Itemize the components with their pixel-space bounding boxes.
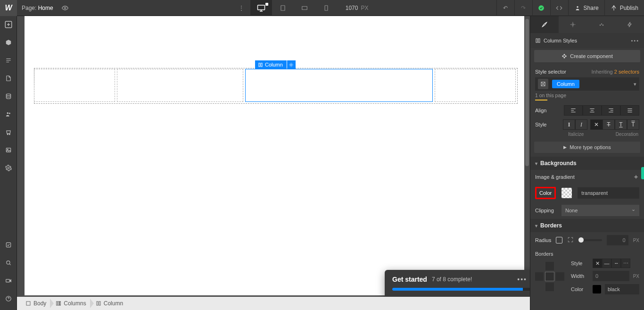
add-gradient-button[interactable]: ＋ [633,173,639,181]
border-top-button[interactable] [545,262,554,270]
navigator-icon[interactable] [4,56,13,65]
redo-button[interactable]: ↷ [514,0,532,16]
publish-button[interactable]: Publish [604,0,644,16]
selector-input[interactable]: Column ▾ [535,77,639,91]
selector-target-icon[interactable] [538,79,548,89]
left-toolbar [0,16,17,310]
preview-toggle-icon[interactable] [58,0,72,16]
export-code-button[interactable] [550,0,568,16]
border-all-button[interactable] [545,272,554,281]
assets-icon[interactable] [4,145,13,155]
webflow-logo[interactable]: W [0,0,17,16]
decoration-overline-button[interactable]: T [627,119,639,130]
decoration-none-button[interactable]: ✕ [590,119,603,130]
border-right-button[interactable] [556,272,564,281]
selector-tag[interactable]: Column [552,80,579,88]
search-icon[interactable] [4,258,13,268]
border-color-label: Color [571,286,589,292]
border-style-none-button[interactable]: ✕ [593,259,602,268]
decoration-underline-button[interactable]: T [615,119,627,130]
selection-settings-icon[interactable] [287,60,296,69]
border-width-input[interactable]: 0 [593,271,629,281]
align-left-button[interactable] [564,105,583,116]
column-2[interactable] [117,69,243,102]
style-italic-button[interactable]: I [575,119,587,130]
bg-color-swatch[interactable] [561,188,572,198]
page-selector[interactable]: Page: Home [17,5,58,11]
radius-all-icon[interactable] [556,237,562,243]
selection-badge[interactable]: Column [255,60,296,69]
border-style-dashed-button[interactable]: ╌ [611,259,621,268]
share-button[interactable]: Share [568,0,604,16]
tab-style[interactable] [530,16,559,33]
align-label: Align [535,108,556,113]
border-width-unit[interactable]: PX [633,274,639,279]
style-regular-button[interactable]: I [563,119,575,130]
symbols-icon[interactable] [4,38,13,47]
align-right-button[interactable] [602,105,620,116]
pages-icon[interactable] [4,74,13,83]
crumb-body[interactable]: Body [21,297,51,310]
breadcrumb: Body Columns Column [17,297,530,310]
canvas-width-display[interactable]: 1070 PX [346,5,369,11]
more-type-options-button[interactable]: ▶More type options [534,142,640,153]
ecommerce-icon[interactable] [4,127,13,137]
svg-rect-26 [60,302,61,305]
tab-interactions[interactable] [587,16,616,33]
tab-settings[interactable] [559,16,587,33]
audit-icon[interactable] [4,240,13,250]
svg-rect-4 [325,5,328,10]
undo-button[interactable]: ↶ [496,0,514,16]
users-icon[interactable] [4,109,13,119]
borders-section-header[interactable]: Borders [530,219,644,232]
bg-color-input[interactable]: transparent [578,187,639,199]
add-element-icon[interactable] [4,20,13,29]
decoration-strike-button[interactable]: T [603,119,615,130]
border-left-button[interactable] [535,272,544,281]
column-4[interactable] [435,69,516,102]
align-center-button[interactable] [583,105,602,116]
clipping-select[interactable]: None [561,205,639,216]
backgrounds-section-header[interactable]: Backgrounds [530,157,644,170]
crumb-columns[interactable]: Columns [51,297,91,310]
status-check-icon[interactable] [532,0,550,16]
toast-menu-icon[interactable]: ••• [517,276,527,283]
tab-effects[interactable] [616,16,644,33]
svg-point-32 [602,25,603,25]
border-bottom-button[interactable] [545,283,554,291]
device-landscape-button[interactable] [294,0,315,16]
create-component-button[interactable]: Create component [534,50,640,62]
page-surface[interactable]: Column Get started 7 of 8 complete! ••• … [25,16,524,295]
radius-individual-icon[interactable] [567,236,574,244]
crumb-column[interactable]: Column [91,297,128,310]
svg-rect-33 [536,39,537,42]
border-style-dotted-button[interactable]: ⋯ [621,259,630,268]
svg-point-15 [8,167,9,169]
cms-icon[interactable] [4,92,13,101]
topbar-menu-icon[interactable]: ⋮ [232,0,250,16]
radius-unit[interactable]: PX [633,238,639,243]
canvas-scrollbar[interactable] [525,19,529,166]
video-icon[interactable] [4,276,13,285]
column-3-selected[interactable] [245,69,433,102]
help-icon[interactable] [4,294,13,303]
radius-input[interactable]: 0 [607,235,628,245]
panel-header-more-icon[interactable]: ••• [631,38,639,43]
column-1[interactable] [34,69,115,102]
decoration-label: Decoration [616,132,638,137]
page-name: Home [38,5,53,11]
border-color-input[interactable]: black [605,284,639,294]
radius-slider[interactable] [578,239,602,241]
inheriting-link[interactable]: 2 selectors [614,69,639,75]
border-color-swatch[interactable] [593,285,601,293]
device-phone-button[interactable] [315,0,337,16]
device-desktop-button[interactable] [250,0,272,16]
device-tablet-button[interactable] [272,0,294,16]
columns-row [34,69,518,102]
align-justify-button[interactable] [620,105,639,116]
radius-label: Radius [535,237,551,243]
borders-subhead: Borders [530,248,644,258]
border-style-solid-button[interactable]: — [602,259,611,268]
selector-caret-icon[interactable]: ▾ [634,81,636,87]
settings-icon[interactable] [4,163,13,173]
